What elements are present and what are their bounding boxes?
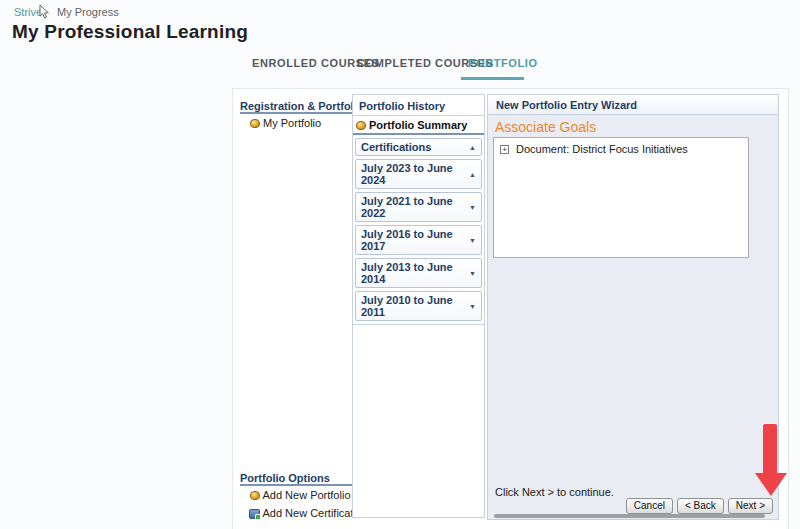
portfolio-summary-label: Portfolio Summary xyxy=(369,119,467,131)
wizard-body: Associate Goals + Document: District Foc… xyxy=(488,115,778,519)
accordion-certifications[interactable]: Certifications ▲ xyxy=(355,138,482,156)
divider xyxy=(240,112,352,114)
accordion-label: July 2021 to June 2022 xyxy=(361,195,469,219)
accordion-label: July 2013 to June 2014 xyxy=(361,261,469,285)
horizontal-scrollbar[interactable] xyxy=(494,514,765,518)
certification-icon xyxy=(249,509,260,519)
tree-item-label: Document: District Focus Initiatives xyxy=(516,143,688,155)
portfolio-summary-item[interactable]: Portfolio Summary xyxy=(353,116,484,135)
registration-portfolio-header: Registration & Portfolio xyxy=(240,100,363,112)
back-button[interactable]: < Back xyxy=(677,498,724,514)
accordion-2010-2011[interactable]: July 2010 to June 2011 ▼ xyxy=(355,291,482,321)
accordion-2023-2024[interactable]: July 2023 to June 2024 ▲ xyxy=(355,159,482,189)
goals-tree-box: + Document: District Focus Initiatives xyxy=(493,137,749,258)
accordion-2013-2014[interactable]: July 2013 to June 2014 ▼ xyxy=(355,258,482,288)
tree-expand-icon[interactable]: + xyxy=(500,145,509,154)
plus-badge-icon xyxy=(255,514,261,520)
mouse-cursor-icon xyxy=(37,4,52,20)
tree-item-district-focus-initiatives[interactable]: + Document: District Focus Initiatives xyxy=(494,138,748,155)
portfolio-summary-icon xyxy=(356,121,366,130)
active-tab-underline xyxy=(461,77,524,80)
portfolio-icon xyxy=(250,119,260,128)
sidebar-item-add-certification[interactable]: Add New Certification xyxy=(249,507,368,519)
sidebar-item-my-portfolio[interactable]: My Portfolio xyxy=(250,117,321,129)
chevron-up-icon: ▲ xyxy=(469,171,476,178)
portfolio-history-header: Portfolio History xyxy=(353,95,484,116)
chevron-down-icon: ▼ xyxy=(469,237,476,244)
chevron-up-icon: ▲ xyxy=(469,144,476,151)
accordion-2016-2017[interactable]: July 2016 to June 2017 ▼ xyxy=(355,225,482,255)
red-annotation-arrow xyxy=(753,422,789,498)
associate-goals-title: Associate Goals xyxy=(495,119,596,135)
cancel-button[interactable]: Cancel xyxy=(626,498,673,514)
accordion-2021-2022[interactable]: July 2021 to June 2022 ▼ xyxy=(355,192,482,222)
wizard-button-row: Cancel < Back Next > xyxy=(626,498,773,514)
wizard-header: New Portfolio Entry Wizard xyxy=(488,95,778,115)
chevron-down-icon: ▼ xyxy=(469,270,476,277)
portfolio-entry-icon xyxy=(250,491,260,500)
new-portfolio-entry-wizard: New Portfolio Entry Wizard Associate Goa… xyxy=(487,94,779,520)
next-button[interactable]: Next > xyxy=(728,498,773,514)
accordion-label: July 2016 to June 2017 xyxy=(361,228,469,252)
accordion-label: Certifications xyxy=(361,141,431,153)
wizard-hint-text: Click Next > to continue. xyxy=(495,486,614,498)
page-title: My Professional Learning xyxy=(12,21,248,43)
breadcrumb-current: My Progress xyxy=(57,6,119,18)
my-portfolio-label: My Portfolio xyxy=(263,117,321,129)
history-empty-area xyxy=(353,324,484,517)
portfolio-history-panel: Portfolio History Portfolio Summary Cert… xyxy=(352,94,485,518)
chevron-down-icon: ▼ xyxy=(469,204,476,211)
portfolio-options-header: Portfolio Options xyxy=(240,472,330,484)
accordion-label: July 2023 to June 2024 xyxy=(361,162,469,186)
accordion-label: July 2010 to June 2011 xyxy=(361,294,469,318)
chevron-down-icon: ▼ xyxy=(469,303,476,310)
divider xyxy=(240,484,352,486)
tab-portfolio[interactable]: PORTFOLIO xyxy=(468,57,538,69)
